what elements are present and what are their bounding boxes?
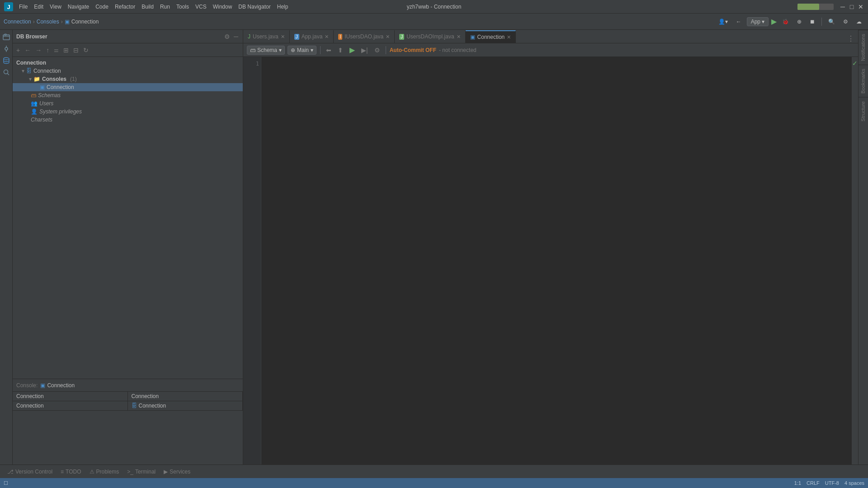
console-conn-icon: ▣ [40,382,45,389]
project-icon[interactable] [1,32,12,42]
console-row[interactable]: Connection 🗄 Connection [13,401,243,411]
bottom-version-control[interactable]: ⎇ Version Control [4,467,56,476]
console-header: Console: ▣ Connection [13,379,243,392]
breadcrumb-part2[interactable]: Consoles [37,19,59,25]
menu-view[interactable]: View [47,3,64,11]
db-filter-button[interactable]: ⚌ [52,46,61,55]
update-button[interactable]: ☁ [854,17,864,26]
left-sidebar-icons [0,30,13,465]
db-up-button[interactable]: ↑ [44,45,51,55]
menu-edit[interactable]: Edit [31,3,46,11]
tab-iusersdao-close[interactable]: ✕ [386,34,390,40]
menu-help[interactable]: Help [274,3,291,11]
coverage-button[interactable]: ⊕ [794,17,804,26]
todo-label: TODO [66,469,81,475]
tab-connection-close[interactable]: ✕ [507,34,511,40]
tab-users-java[interactable]: J Users.java ✕ [243,30,290,43]
console-conn-name: Connection [47,382,75,389]
editor-back-btn[interactable]: ⬅ [324,45,333,55]
code-content[interactable] [261,57,852,465]
tab-app-java[interactable]: J App.java ✕ [290,30,334,43]
right-sidebar: Notifications Bookmarks Structure [858,30,868,465]
tab-iusersdao-java[interactable]: I IUsersDAO.java ✕ [334,30,395,43]
commit-icon[interactable] [1,43,12,54]
db-refresh-button[interactable]: ↻ [81,45,90,55]
connection-tab-icon: ▣ [470,34,475,40]
structure-tab[interactable]: Structure [859,97,868,125]
indent-info[interactable]: 4 spaces [844,480,864,486]
tree-schemas[interactable]: 🗃 Schemas [13,91,243,99]
tree-users[interactable]: 👥 Users [13,99,243,108]
console-body: Connection 🗄 Connection [13,401,243,465]
tab-users-java-close[interactable]: ✕ [281,34,285,40]
bottom-todo[interactable]: ≡ TODO [57,467,85,476]
editor-settings-btn[interactable]: ⚙ [373,45,382,55]
user-button[interactable]: 👤▾ [716,17,731,26]
main-dropdown[interactable]: ⊕ Main ▾ [288,46,316,55]
notifications-tab[interactable]: Notifications [859,30,868,65]
tab-bar: J Users.java ✕ J App.java ✕ I IUsersDAO.… [243,30,858,43]
db-forward-button[interactable]: → [33,45,43,55]
menu-code[interactable]: Code [93,3,111,11]
maximize-button[interactable]: □ [848,3,855,10]
bottom-problems[interactable]: ⚠ Problems [86,467,123,476]
tab-more-button[interactable]: ⋮ [844,34,858,43]
svg-point-4 [5,47,8,50]
schema-dropdown[interactable]: 🗃 Schema ▾ [247,46,285,55]
menu-build[interactable]: Build [139,3,156,11]
editor-run-btn[interactable]: ▶ [348,44,357,56]
folder-icon: 📁 [33,76,40,82]
settings-button[interactable]: ⚙ [840,17,851,26]
menu-run[interactable]: Run [157,3,173,11]
db-add-button[interactable]: + [14,45,22,55]
bottom-services[interactable]: ▶ Services [160,467,194,476]
bookmarks-tab[interactable]: Bookmarks [859,65,868,97]
search-everywhere-icon[interactable] [1,67,12,78]
db-collapse-button[interactable]: ⊟ [71,45,80,55]
run-button[interactable]: ▶ [771,17,777,26]
services-label: Services [170,469,190,475]
db-back-button[interactable]: ← [23,45,33,55]
tab-usersdaoimpl-close[interactable]: ✕ [457,34,461,40]
tab-connection[interactable]: ▣ Connection ✕ [466,30,516,43]
menu-refactor[interactable]: Refactor [112,3,138,11]
breadcrumb-sep1: › [33,19,35,25]
cursor-position[interactable]: 1:1 [794,480,801,486]
back-button[interactable]: ← [733,17,744,26]
debug-button[interactable]: 🐞 [779,17,792,26]
main-arrow: ▾ [311,47,313,53]
stop-button[interactable]: ⏹ [807,17,818,26]
minimize-button[interactable]: ─ [839,3,846,10]
close-button[interactable]: ✕ [857,3,864,10]
panel-minimize-button[interactable]: ─ [233,32,239,41]
run-configuration[interactable]: App ▾ [747,17,769,26]
menu-tools[interactable]: Tools [174,3,192,11]
tree-connection[interactable]: ▾ 🗄 Connection [13,67,243,75]
db-browser-icon[interactable] [1,55,12,66]
menu-file[interactable]: File [16,3,30,11]
tree-connection-console[interactable]: ▣ Connection [13,83,243,91]
menu-dbnavigator[interactable]: DB Navigator [236,3,273,11]
search-button[interactable]: 🔍 [826,17,838,26]
tree-sysprivs[interactable]: 👤 System privileges [13,108,243,116]
breadcrumb-part1[interactable]: Connection [4,19,31,25]
tree-charsets[interactable]: Charsets [13,116,243,124]
menu-vcs[interactable]: VCS [193,3,209,11]
encoding[interactable]: UTF-8 [825,480,839,486]
todo-icon: ≡ [61,469,64,475]
tab-usersdaoimpl-java[interactable]: J UsersDAOImpl.java ✕ [395,30,465,43]
tab-app-java-close[interactable]: ✕ [325,34,329,40]
bottom-terminal[interactable]: >_ Terminal [123,467,159,476]
db-expand-button[interactable]: ⊞ [61,45,71,55]
app-java-icon: J [294,34,299,40]
tree-consoles[interactable]: ▾ 📁 Consoles (1) [13,75,243,83]
menu-window[interactable]: Window [210,3,235,11]
panel-settings-button[interactable]: ⚙ [223,32,231,41]
console-cell1-value: Connection [16,403,44,409]
breadcrumb-part3[interactable]: Connection [71,19,99,25]
line-separator[interactable]: CRLF [807,480,820,486]
menu-navigate[interactable]: Navigate [65,3,92,11]
editor-exec-btn[interactable]: ▶| [359,45,370,55]
editor-up-btn[interactable]: ⬆ [336,45,345,55]
db-browser-header: DB Browser ⚙ ─ [13,30,243,43]
